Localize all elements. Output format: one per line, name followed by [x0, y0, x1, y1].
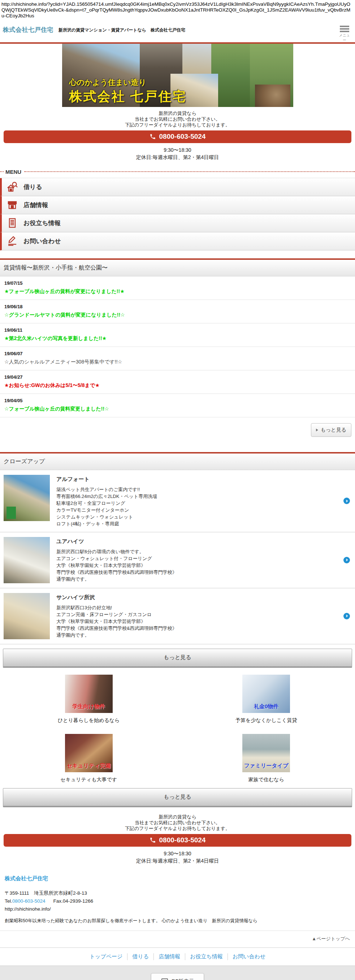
tile-overlay-text: ファミリータイプ — [244, 762, 288, 769]
page-url-text: http://shichinohe.info/?yclid=YJAD.15650… — [0, 0, 353, 20]
footer-bottom: PC版表示 ADプライバシーポリシー ご意見・お問い合わせ Tel.0800-6… — [0, 966, 355, 980]
site-header: 株式会社七戸住宅 新所沢の賃貸マンション・賃貸アパートなら 株式会社七戸住宅 メ… — [0, 20, 355, 42]
news-item[interactable]: 19/04/05 ☆フォーブル狭山ヶ丘の賃料変更しました!!☆ — [0, 394, 355, 417]
contact-line-2: 当社までお気軽にお問い合わせ下さい。 — [0, 820, 355, 826]
news-text: ☆フォーブル狭山ヶ丘の賃料変更しました!!☆ — [4, 406, 351, 412]
hamburger-menu-button[interactable]: メニュー — [338, 25, 351, 43]
contact-line-3: 下記のフリーダイヤルよりお待ちしております。 — [0, 826, 355, 832]
phone-call-button-bottom[interactable]: 0800-603-5024 — [4, 834, 351, 847]
phone-number: 0800-603-5024 — [159, 133, 206, 140]
news-text: ★第2北久米ハイツの写真を更新しました!!★ — [4, 335, 351, 342]
hero-photo-turtle — [255, 84, 290, 107]
menu-item-label: 店舗情報 — [24, 201, 48, 209]
tile-caption: 家族で住むなら — [249, 776, 284, 783]
chevron-right-icon[interactable] — [344, 557, 350, 563]
footer-nav-useful-info[interactable]: お役立ち情報 — [185, 953, 228, 960]
property-name: サンハイツ所沢 — [56, 594, 177, 601]
menu-item-shop-info[interactable]: 店舗情報 — [0, 196, 355, 214]
tile-student[interactable]: 学生向け物件 ひとり暮らしを始めるなら — [0, 675, 178, 724]
company-info: 株式会社七戸住宅 〒359-1111 埼玉県所沢市緑町2-8-13 Tel.08… — [0, 864, 355, 931]
menu-title: MENU — [5, 169, 21, 175]
news-item[interactable]: 19/07/15 ★フォーブル狭山ヶ丘の賃料が変更になりました!!★ — [0, 277, 355, 300]
store-icon — [6, 199, 18, 211]
hero-catchphrase: 心のかよう住まい造り — [69, 77, 146, 88]
phone-call-button[interactable]: 0800-603-5024 — [4, 130, 351, 143]
footer-nav-contact[interactable]: お問い合わせ — [228, 953, 270, 960]
tile-overlay-text: 学生向け物件 — [73, 703, 105, 710]
chevron-right-icon[interactable] — [344, 613, 350, 619]
menu-heading: MENU — [0, 169, 355, 175]
tile-security[interactable]: セキュリティ完備 セキュリティも大事です — [0, 734, 178, 783]
categories-more-button[interactable]: もっと見る — [3, 788, 352, 806]
hero-company-name: 株式会社 七戸住宅 — [69, 88, 187, 105]
tile-overlay-text: 礼金0物件 — [254, 703, 279, 710]
property-card-alfort[interactable]: アルフォート 築浅ペット共生アパートのご案内です!! 専有面積66.24m2の広… — [0, 470, 355, 532]
news-date: 19/06/11 — [4, 328, 351, 333]
hero-banner: 心のかよう住まい造り 株式会社 七戸住宅 — [62, 44, 293, 107]
business-hours-block: 9:30〜18:30 定休日:毎週水曜日、第2・第4日曜日 — [0, 146, 355, 161]
menu-item-contact[interactable]: お問い合わせ — [0, 232, 355, 250]
news-more-button[interactable]: もっと見る — [311, 423, 351, 437]
document-icon — [6, 217, 18, 229]
news-item[interactable]: 19/06/18 ☆グランドールヤマトの賃料が変更になりました!!☆ — [0, 300, 355, 323]
news-date: 19/07/15 — [4, 280, 351, 286]
property-card-sunheights[interactable]: サンハイツ所沢 新所沢駅西口3分の好立地! エアコン完備・床フローリング・ガスコ… — [0, 588, 355, 644]
property-photo — [4, 593, 50, 639]
main-menu: 借りる 店舗情報 お役立ち情報 お問い合わせ — [0, 178, 355, 250]
phone-icon — [149, 837, 156, 843]
tile-caption: セキュリティも大事です — [60, 776, 117, 783]
company-description: 創業昭和50年以来培った経験であなたのお部屋探しを徹底サポートします。 心のかよ… — [5, 918, 350, 924]
fax-number: Fax.04-2939-1266 — [54, 898, 93, 904]
company-address: 〒359-1111 埼玉県所沢市緑町2-8-13 — [5, 889, 350, 897]
menu-item-label: お問い合わせ — [24, 237, 61, 245]
contact-intro: 新所沢の賃貸なら 当社までお気軽にお問い合わせ下さい。 下記のフリーダイヤルより… — [0, 111, 355, 128]
contact-line-2: 当社までお気軽にお問い合わせ下さい。 — [0, 116, 355, 122]
tile-family[interactable]: ファミリータイプ 家族で住むなら — [178, 734, 355, 783]
footer-nav-rent[interactable]: 借りる — [127, 953, 154, 960]
closeup-section-header: クローズアップ — [0, 452, 355, 470]
footer-nav-top[interactable]: トップページ — [85, 953, 127, 960]
company-url[interactable]: http://shichinohe.info/ — [5, 905, 350, 913]
closeup-more-button[interactable]: もっと見る — [3, 649, 352, 667]
property-photo — [4, 475, 50, 521]
business-hours: 9:30〜18:30 — [0, 850, 355, 857]
news-item[interactable]: 19/04/27 ★お知らせ:GWのお休みは5/1〜5/8まで★ — [0, 371, 355, 394]
house-search-icon — [6, 181, 18, 193]
phone-number: 0800-603-5024 — [159, 836, 206, 844]
news-date: 19/06/18 — [4, 304, 351, 309]
page-top-link[interactable]: ▲ページトップへ — [312, 936, 350, 941]
contact-line-1: 新所沢の賃貸なら — [0, 814, 355, 820]
footer-company-name[interactable]: 株式会社七戸住宅 — [5, 875, 350, 882]
monitor-icon — [161, 978, 168, 980]
menu-item-rent[interactable]: 借りる — [0, 178, 355, 196]
news-more-label: もっと見る — [321, 427, 346, 433]
pc-view-label: PC版表示 — [171, 978, 193, 980]
news-text: ★フォーブル狭山ヶ丘の賃料が変更になりました!!★ — [4, 288, 351, 295]
news-item[interactable]: 19/06/11 ★第2北久米ハイツの写真を更新しました!!★ — [0, 323, 355, 347]
tile-caption: 予算を少なくかしこく賃貸 — [235, 717, 297, 724]
holiday-note: 定休日:毎週水曜日、第2・第4日曜日 — [0, 857, 355, 864]
category-tiles: 学生向け物件 ひとり暮らしを始めるなら 礼金0物件 予算を少なくかしこく賃貸 セ… — [0, 675, 355, 783]
news-date: 19/04/05 — [4, 398, 351, 403]
holiday-note: 定休日:毎週水曜日、第2・第4日曜日 — [0, 154, 355, 161]
property-name: ユアハイツ — [56, 538, 177, 545]
news-section-header: 賃貸情報〜新所沢・小手指・航空公園〜 — [0, 258, 355, 277]
news-list: 19/07/15 ★フォーブル狭山ヶ丘の賃料が変更になりました!!★ 19/06… — [0, 277, 355, 417]
business-hours: 9:30〜18:30 — [0, 146, 355, 154]
news-date: 19/06/07 — [4, 351, 351, 356]
tile-photo-ducklings: ファミリータイプ — [242, 734, 290, 772]
chevron-right-icon[interactable] — [344, 498, 350, 504]
menu-item-label: お役立ち情報 — [24, 219, 61, 227]
menu-item-useful-info[interactable]: お役立ち情報 — [0, 214, 355, 232]
news-item[interactable]: 19/06/07 ☆人気のシャルルアメニティー308号募集中です!!☆ — [0, 347, 355, 371]
property-list: アルフォート 築浅ペット共生アパートのご案内です!! 専有面積66.24m2の広… — [0, 470, 355, 644]
tel-link[interactable]: 0800-603-5024 — [12, 898, 46, 904]
pc-view-button[interactable]: PC版表示 — [151, 973, 204, 980]
business-hours-block-bottom: 9:30〜18:30 定休日:毎週水曜日、第2・第4日曜日 — [0, 850, 355, 864]
tile-caption: ひとり暮らしを始めるなら — [58, 717, 120, 724]
tile-no-keymoney[interactable]: 礼金0物件 予算を少なくかしこく賃貸 — [178, 675, 355, 724]
footer-nav-shop-info[interactable]: 店舗情報 — [154, 953, 185, 960]
contact-intro-bottom: 新所沢の賃貸なら 当社までお気軽にお問い合わせ下さい。 下記のフリーダイヤルより… — [0, 814, 355, 832]
brand-logo[interactable]: 株式会社七戸住宅 — [3, 25, 54, 34]
property-card-yourheights[interactable]: ユアハイツ 新所沢西口駅6分の環境の良い物件です。 エアコン・ウォシュレット付・… — [0, 532, 355, 588]
